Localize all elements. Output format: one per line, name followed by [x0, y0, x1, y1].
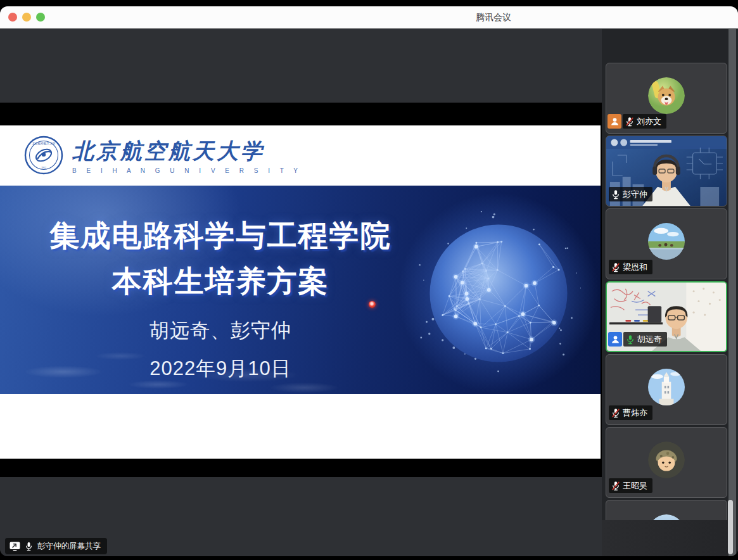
participant-avatar	[648, 223, 685, 260]
participant-tile-胡远奇[interactable]: 胡远奇	[606, 281, 727, 352]
participant-name-chip: 彭守仲	[609, 187, 652, 201]
participant-name-chip: 梁恩和	[609, 260, 652, 274]
participant-avatar	[648, 369, 685, 405]
person-badge-icon	[610, 117, 620, 126]
slide-title-line2: 本科生培养方案	[112, 262, 329, 302]
participant-role-badge	[608, 114, 621, 129]
meeting-window: 腾讯会议 北京航空航天大学 1952	[0, 6, 738, 556]
network-globe-graphic	[416, 211, 581, 376]
microphone-muted-icon	[625, 117, 634, 127]
slide-date: 2022年9月10日	[150, 355, 291, 382]
slide-title-line1: 集成电路科学与工程学院	[50, 216, 391, 256]
sidebar-bottom-fade	[602, 520, 738, 556]
participant-name: 刘亦文	[637, 116, 661, 127]
participant-tile-彭守仲[interactable]: 彭守仲	[606, 136, 727, 207]
participant-name-chip: 胡远奇	[623, 332, 667, 347]
participant-name-chip: 刘亦文	[623, 114, 666, 129]
svg-text:1952: 1952	[41, 167, 46, 169]
screen-share-label: 彭守仲的屏幕共享	[37, 541, 101, 552]
window-title: 腾讯会议	[476, 12, 511, 23]
close-button[interactable]	[8, 13, 17, 22]
microphone-icon	[626, 334, 635, 345]
participant-avatar	[648, 442, 685, 478]
participant-name: 曹炜亦	[623, 407, 647, 419]
university-name-en: B E I H A N G U N I V E R S I T Y	[72, 167, 302, 174]
participant-tile-曹炜亦[interactable]: 曹炜亦	[606, 354, 727, 425]
beihang-seal-logo: 北京航空航天大学 1952	[24, 136, 63, 175]
participant-name: 梁恩和	[623, 262, 647, 273]
screen-share-icon	[10, 542, 20, 551]
participants-sidebar: 刘亦文 彭守仲	[602, 29, 738, 556]
participant-tile-刘亦文[interactable]: 刘亦文	[606, 63, 727, 134]
microphone-muted-icon	[611, 408, 620, 418]
participant-role-badge	[608, 332, 622, 347]
participant-tile-王昭昊[interactable]: 王昭昊	[606, 427, 727, 498]
microphone-icon	[25, 542, 33, 551]
slide-banner: 集成电路科学与工程学院 本科生培养方案 胡远奇、彭守仲 2022年9月10日	[0, 186, 601, 394]
participant-name: 王昭昊	[623, 480, 647, 492]
participant-name: 胡远奇	[637, 334, 662, 345]
university-logo: 北京航空航天大学 1952 北京航空航天大学 B E I H A N G U N…	[24, 134, 302, 176]
minimize-button[interactable]	[22, 13, 31, 22]
fullscreen-button[interactable]	[36, 13, 45, 22]
participant-avatar	[648, 77, 685, 114]
screen-share-status-banner[interactable]: 彭守仲的屏幕共享	[5, 538, 107, 554]
titlebar: 腾讯会议	[0, 6, 738, 29]
microphone-icon	[611, 189, 620, 200]
participant-name-chip: 曹炜亦	[609, 405, 652, 420]
slide-presenters: 胡远奇、彭守仲	[150, 317, 291, 344]
sidebar-scrollbar-track[interactable]	[728, 29, 736, 556]
participant-name-chip: 王昭昊	[609, 478, 652, 493]
person-badge-icon	[611, 334, 620, 344]
microphone-muted-icon	[611, 481, 620, 491]
screen-share-area: 北京航空航天大学 1952 北京航空航天大学 B E I H A N G U N…	[0, 29, 602, 556]
laser-pointer-dot	[369, 301, 376, 308]
presentation-slide: 北京航空航天大学 1952 北京航空航天大学 B E I H A N G U N…	[0, 125, 601, 459]
microphone-muted-icon	[611, 262, 620, 272]
shared-screen: 北京航空航天大学 1952 北京航空航天大学 B E I H A N G U N…	[0, 103, 602, 477]
traffic-lights	[8, 13, 45, 22]
university-name-cn: 北京航空航天大学	[72, 137, 302, 166]
participant-tile-梁恩和[interactable]: 梁恩和	[606, 208, 727, 279]
sidebar-scrollbar-thumb[interactable]	[728, 500, 733, 554]
participant-name: 彭守仲	[623, 189, 647, 200]
